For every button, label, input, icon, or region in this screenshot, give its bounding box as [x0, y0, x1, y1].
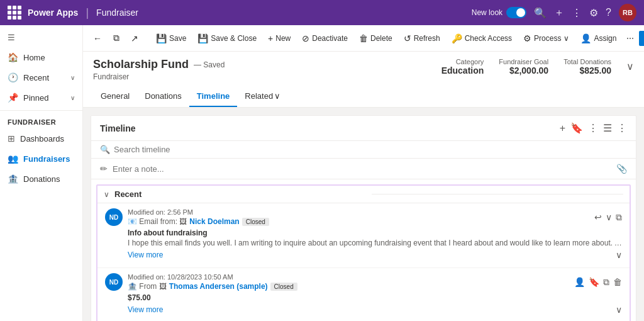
sidebar-dashboards-label: Dashboards: [20, 134, 64, 144]
fundraisers-icon: 👥: [8, 154, 18, 164]
entry-2-body: $75.00: [128, 293, 622, 302]
timeline-header-actions: + 🔖 ⋮ ☰ ⋮: [560, 122, 627, 134]
pencil-icon: ✏: [100, 164, 108, 174]
record-header-expand[interactable]: ∨: [626, 58, 634, 72]
attach-icon[interactable]: 📎: [616, 164, 627, 174]
settings-icon[interactable]: ⚙: [589, 7, 598, 19]
copy-button[interactable]: ⧉: [108, 30, 125, 46]
entry-2-view-more[interactable]: View more: [128, 305, 163, 314]
record-title-row: Scholarship Fund — Saved Fundraiser Cate…: [93, 58, 634, 81]
sidebar-item-recent[interactable]: 🕐 Recent ∨: [0, 67, 82, 87]
sidebar-item-home[interactable]: 🏠 Home: [0, 47, 82, 67]
app-grid-icon[interactable]: [8, 6, 21, 20]
donations-icon: 🏦: [8, 174, 18, 184]
sidebar-item-pinned[interactable]: 📌 Pinned ∨: [0, 87, 82, 108]
record-name: Scholarship Fund: [93, 58, 189, 71]
delete-button[interactable]: 🗑 Delete: [354, 31, 397, 46]
pinned-expand-icon: ∨: [70, 94, 75, 101]
goal-value: $2,000.00: [499, 65, 548, 76]
record-donations: Total Donations $825.00: [564, 58, 611, 76]
sidebar-item-donations[interactable]: 🏦 Donations: [0, 169, 82, 189]
sidebar-fundraisers-label: Fundraisers: [23, 154, 70, 164]
reply-icon[interactable]: ↩: [594, 212, 602, 222]
process-button[interactable]: ⚙ Process ∨: [518, 31, 574, 46]
entry-1-avatar: ND: [105, 208, 123, 226]
plus-icon[interactable]: ＋: [554, 6, 564, 20]
recent-label: Recent: [114, 189, 367, 199]
entry-2-modified: Modified on: 10/28/2023 10:50 AM: [128, 273, 569, 281]
entry-1-subject: Info about fundraising: [128, 228, 622, 237]
save-close-button[interactable]: 💾 Save & Close: [192, 31, 262, 46]
entry-2-person-icon[interactable]: 👤: [574, 277, 585, 287]
sidebar-home-label: Home: [23, 53, 45, 62]
dashboard-icon: ⊞: [8, 133, 15, 144]
back-icon: ←: [93, 33, 102, 43]
new-label: New: [275, 34, 291, 43]
check-access-button[interactable]: 🔑 Check Access: [447, 31, 517, 46]
tab-general[interactable]: General: [93, 86, 137, 107]
search-timeline-icon: 🔍: [100, 145, 110, 154]
nav-right: New look 🔍 ＋ ⋮ ⚙ ? RB: [472, 4, 636, 21]
brand-name: Power Apps: [28, 8, 78, 18]
search-timeline-input[interactable]: [114, 145, 627, 154]
entry-2-bookmark-icon[interactable]: 🔖: [589, 277, 599, 287]
entry-2-sender[interactable]: Thomas Andersen (sample): [169, 282, 268, 291]
timeline-filter-icon[interactable]: ⋮: [588, 122, 598, 134]
new-look-toggle[interactable]: New look: [472, 7, 526, 18]
open-record-icon[interactable]: ⧉: [616, 212, 622, 223]
search-icon[interactable]: 🔍: [534, 7, 547, 19]
expand-icon[interactable]: ∨: [606, 212, 612, 222]
recent-header: ∨ Recent: [97, 186, 630, 203]
tab-timeline[interactable]: Timeline: [189, 86, 238, 107]
donations-value: $825.00: [564, 65, 611, 76]
entry-2-copy-icon[interactable]: ⧉: [603, 277, 609, 288]
goal-label: Fundraiser Goal: [499, 58, 548, 65]
help-icon[interactable]: ?: [606, 7, 611, 18]
entry-1-modified: Modified on: 2:56 PM: [128, 208, 589, 216]
entry-1-meta: Modified on: 2:56 PM 📧 Email from: 🖼 Nic…: [128, 208, 589, 226]
share-button[interactable]: Share ∨: [639, 31, 644, 46]
save-button[interactable]: 💾 Save: [151, 31, 191, 46]
collapse-icon[interactable]: ∨: [104, 190, 109, 199]
entry-1-view-more[interactable]: View more: [128, 251, 163, 259]
note-input[interactable]: [113, 164, 616, 174]
deactivate-button[interactable]: ⊘ Deactivate: [297, 31, 353, 46]
main-layout: ☰ 🏠 Home 🕐 Recent ∨ 📌 Pinned ∨ Fundraise…: [0, 25, 644, 321]
pin-icon: 📌: [8, 93, 18, 103]
sidebar-pinned-label: Pinned: [23, 93, 48, 103]
assign-button[interactable]: 👤 Assign: [575, 31, 621, 46]
filter-icon[interactable]: ⋮: [572, 7, 582, 19]
entry-2-collapse-icon[interactable]: ∨: [616, 305, 622, 315]
tab-related[interactable]: Related ∨: [237, 86, 288, 107]
hamburger-icon[interactable]: ☰: [0, 28, 82, 47]
entry-2-meta: Modified on: 10/28/2023 10:50 AM 🏦 From …: [128, 273, 569, 291]
timeline-more-icon[interactable]: ⋮: [617, 122, 627, 134]
add-icon[interactable]: +: [560, 123, 565, 134]
entry-2-status: Closed: [270, 283, 297, 291]
record-type: Fundraiser: [93, 72, 225, 81]
sidebar-recent-label: Recent: [23, 73, 49, 82]
sidebar-divider: [0, 110, 82, 111]
record-title-left: Scholarship Fund — Saved Fundraiser: [93, 58, 225, 81]
refresh-button[interactable]: ↺ Refresh: [399, 31, 445, 46]
sidebar-item-dashboards[interactable]: ⊞ Dashboards: [0, 128, 82, 149]
timeline-section: Timeline + 🔖 ⋮ ☰ ⋮ 🔍 ✏: [91, 115, 636, 321]
category-value: Education: [441, 65, 484, 76]
new-button[interactable]: + New: [263, 31, 296, 46]
back-button[interactable]: ←: [88, 31, 107, 46]
open-new-button[interactable]: ↗: [126, 31, 143, 46]
entry-1-collapse-icon[interactable]: ∨: [616, 250, 622, 260]
bookmark-icon[interactable]: 🔖: [570, 122, 583, 134]
entry-2-delete-icon[interactable]: 🗑: [613, 277, 622, 287]
tab-donations[interactable]: Donations: [137, 86, 189, 107]
avatar[interactable]: RB: [619, 4, 636, 21]
timeline-header: Timeline + 🔖 ⋮ ☰ ⋮: [91, 116, 636, 141]
entry-1-sender[interactable]: Nick Doelman: [189, 217, 239, 226]
entry-1-actions: ↩ ∨ ⧉: [594, 212, 622, 223]
sidebar-item-fundraisers[interactable]: 👥 Fundraisers: [0, 149, 82, 169]
more-button[interactable]: ⋯: [623, 31, 638, 45]
sidebar-section-label: Fundraiser: [0, 113, 82, 128]
record-header: Scholarship Fund — Saved Fundraiser Cate…: [83, 52, 644, 108]
timeline-view-icon[interactable]: ☰: [603, 122, 612, 134]
toggle-switch[interactable]: [506, 7, 526, 18]
